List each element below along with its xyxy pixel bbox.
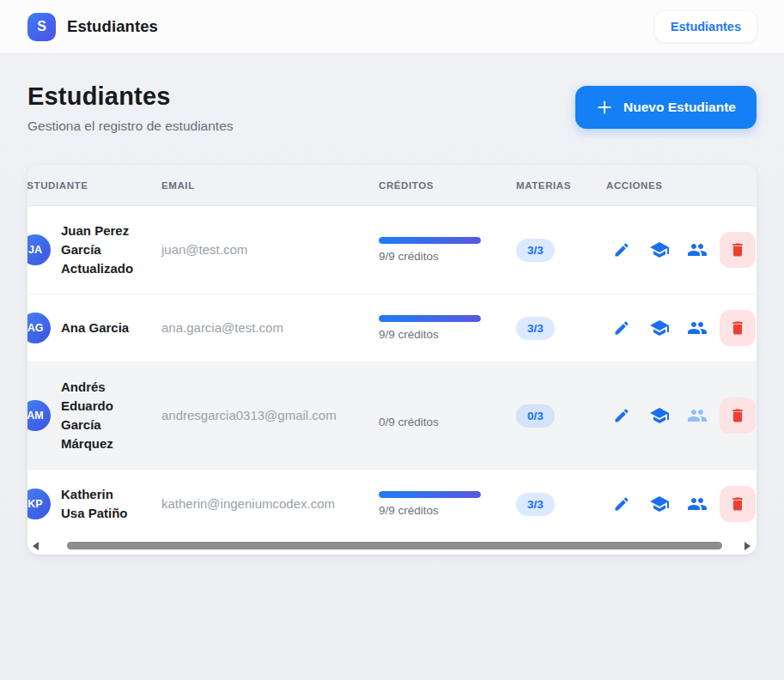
- edit-button[interactable]: [606, 234, 637, 265]
- table-row: AM Andrés Eduardo García Márquez andresg…: [27, 362, 757, 470]
- graduation-cap-icon: [649, 240, 670, 260]
- grades-button[interactable]: [644, 313, 675, 343]
- page-title: Estudiantes: [27, 82, 234, 111]
- pencil-icon: [613, 495, 630, 513]
- people-icon: [687, 318, 708, 338]
- edit-button[interactable]: [606, 313, 637, 343]
- credits-progress-bar: [379, 237, 481, 244]
- top-navbar: S Estudiantes Estudiantes: [0, 0, 784, 54]
- app-logo-icon: S: [27, 13, 56, 41]
- people-icon: [687, 405, 708, 426]
- table-body: JA Juan Perez García Actualizado juan@te…: [27, 206, 757, 538]
- main-content: Estudiantes Gestiona el registro de estu…: [0, 54, 784, 555]
- people-icon: [687, 240, 708, 260]
- pencil-icon: [613, 407, 630, 424]
- col-header-materias: MATERIAS: [495, 180, 586, 191]
- materias-badge: 0/3: [516, 404, 555, 428]
- student-email: andresgarcia0313@gmail.com: [161, 408, 337, 422]
- credits-progress-bar: [379, 491, 481, 498]
- people-icon: [687, 494, 708, 514]
- graduation-cap-icon: [649, 494, 670, 514]
- nav-link-estudiantes[interactable]: Estudiantes: [655, 11, 757, 42]
- table-row: KP Katherin Usa Patiño katherin@ingenium…: [27, 470, 757, 538]
- avatar: KP: [27, 489, 51, 519]
- materias-badge: 3/3: [516, 317, 555, 340]
- scroll-right-arrow-icon[interactable]: [744, 542, 751, 550]
- student-email: ana.garcia@test.com: [161, 320, 283, 335]
- table-row: AG Ana Garcia ana.garcia@test.com 9/9 cr…: [27, 294, 757, 362]
- horizontal-scrollbar[interactable]: [27, 538, 757, 555]
- grades-button[interactable]: [644, 489, 675, 519]
- groups-button[interactable]: [682, 313, 713, 343]
- avatar: AG: [27, 313, 51, 343]
- col-header-creditos: CRÉDITOS: [358, 180, 495, 191]
- students-table-card: ESTUDIANTE EMAIL CRÉDITOS MATERIAS ACCIO…: [27, 165, 757, 555]
- trash-icon: [729, 319, 746, 337]
- edit-button[interactable]: [606, 400, 637, 431]
- credits-progress-bar: [379, 315, 481, 322]
- table-header-row: ESTUDIANTE EMAIL CRÉDITOS MATERIAS ACCIO…: [27, 165, 757, 206]
- credits-label: 9/9 créditos: [379, 328, 495, 341]
- delete-button[interactable]: [720, 398, 756, 434]
- new-student-button-label: Nuevo Estudiante: [623, 100, 736, 115]
- scroll-left-arrow-icon[interactable]: [33, 542, 39, 550]
- brand: S Estudiantes: [27, 13, 158, 41]
- student-email: katherin@ingeniumcodex.com: [161, 496, 335, 511]
- student-name: Andrés Eduardo García Márquez: [61, 378, 138, 453]
- table-viewport: ESTUDIANTE EMAIL CRÉDITOS MATERIAS ACCIO…: [27, 165, 757, 538]
- pencil-icon: [613, 241, 630, 258]
- brand-title: Estudiantes: [67, 17, 158, 36]
- delete-button[interactable]: [720, 310, 756, 346]
- student-name: Katherin Usa Patiño: [61, 485, 138, 523]
- grades-button[interactable]: [644, 234, 675, 265]
- pencil-icon: [613, 319, 630, 337]
- table-row: JA Juan Perez García Actualizado juan@te…: [27, 206, 757, 294]
- page-header: Estudiantes Gestiona el registro de estu…: [27, 82, 757, 134]
- col-header-email: EMAIL: [141, 180, 358, 191]
- student-name: Juan Perez García Actualizado: [61, 222, 138, 278]
- delete-button[interactable]: [720, 232, 756, 268]
- grades-button[interactable]: [644, 400, 675, 431]
- plus-icon: [596, 99, 613, 116]
- trash-icon: [729, 407, 746, 424]
- groups-button[interactable]: [682, 234, 713, 265]
- scrollbar-thumb[interactable]: [67, 542, 722, 549]
- materias-badge: 3/3: [516, 239, 555, 262]
- delete-button[interactable]: [720, 486, 756, 522]
- page-subtitle: Gestiona el registro de estudiantes: [27, 118, 234, 134]
- materias-badge: 3/3: [516, 493, 555, 516]
- credits-label: 0/9 créditos: [379, 416, 495, 428]
- graduation-cap-icon: [649, 405, 670, 426]
- trash-icon: [729, 495, 746, 513]
- col-header-acciones: ACCIONES: [586, 180, 757, 191]
- student-email: juan@test.com: [161, 242, 247, 257]
- avatar: JA: [27, 234, 51, 265]
- student-name: Ana Garcia: [61, 319, 138, 337]
- credits-label: 9/9 créditos: [379, 504, 495, 517]
- trash-icon: [729, 241, 746, 258]
- credits-progress-bar: [379, 403, 481, 410]
- col-header-estudiante: ESTUDIANTE: [27, 180, 141, 191]
- groups-button[interactable]: [682, 400, 713, 431]
- avatar: AM: [27, 400, 51, 431]
- credits-label: 9/9 créditos: [379, 250, 495, 263]
- new-student-button[interactable]: Nuevo Estudiante: [575, 86, 757, 129]
- graduation-cap-icon: [649, 318, 670, 338]
- edit-button[interactable]: [606, 489, 637, 519]
- groups-button[interactable]: [682, 489, 713, 519]
